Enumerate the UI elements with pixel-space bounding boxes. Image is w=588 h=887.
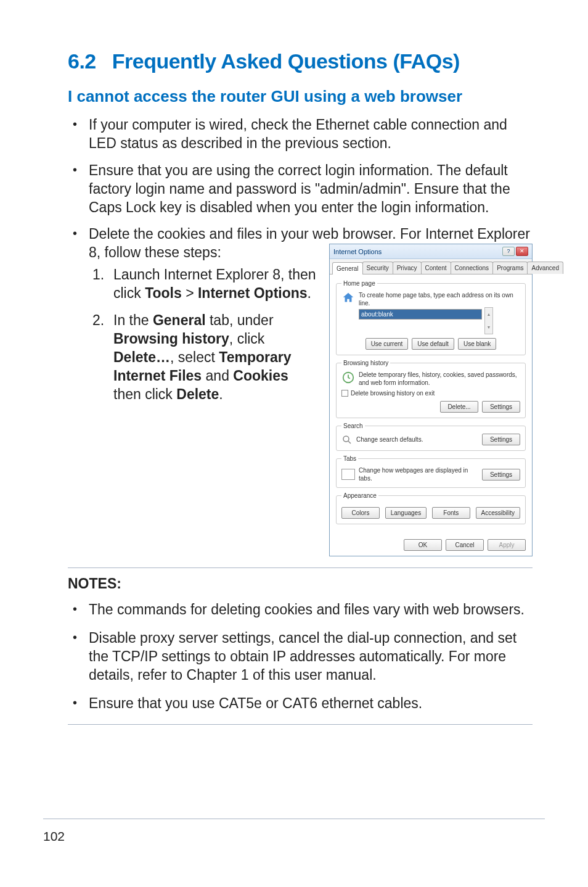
appearance-group: Appearance Colors Languages Fonts Access… bbox=[336, 492, 526, 524]
languages-button[interactable]: Languages bbox=[385, 507, 427, 519]
home-icon bbox=[341, 291, 355, 305]
homepage-text: To create home page tabs, type each addr… bbox=[359, 291, 520, 307]
delete-button[interactable]: Delete... bbox=[440, 401, 478, 413]
note-item: Ensure that you use CAT5e or CAT6 ethern… bbox=[68, 695, 533, 713]
help-button[interactable]: ? bbox=[502, 247, 515, 256]
scrollbar[interactable]: ▲ ▼ bbox=[484, 307, 493, 334]
tab-privacy[interactable]: Privacy bbox=[393, 262, 422, 274]
tabs-group: Tabs Change how webpages are displayed i… bbox=[336, 455, 526, 488]
homepage-url-input[interactable]: about:blank bbox=[359, 309, 482, 320]
tab-advanced[interactable]: Advanced bbox=[527, 262, 563, 274]
tab-security[interactable]: Security bbox=[362, 262, 393, 274]
dialog-tabs: General Security Privacy Content Connect… bbox=[330, 259, 532, 274]
step-item: 1. Launch Internet Explorer 8, then clic… bbox=[89, 266, 317, 303]
notes-heading: NOTES: bbox=[68, 576, 533, 592]
dialog-titlebar: Internet Options ? ✕ bbox=[330, 244, 532, 259]
tab-general[interactable]: General bbox=[332, 262, 363, 274]
search-group: Search Change search defaults. Settings bbox=[336, 422, 526, 451]
appearance-legend: Appearance bbox=[341, 492, 378, 500]
close-button[interactable]: ✕ bbox=[516, 247, 528, 256]
tabs-settings-button[interactable]: Settings bbox=[482, 469, 520, 481]
browsing-history-group: Browsing history Delete temporary files,… bbox=[336, 359, 526, 418]
section-title: Frequently Asked Questions (FAQs) bbox=[112, 49, 460, 73]
section-number: 6.2 bbox=[68, 49, 96, 73]
page-number: 102 bbox=[43, 829, 65, 844]
search-settings-button[interactable]: Settings bbox=[482, 434, 520, 445]
scroll-down-icon[interactable]: ▼ bbox=[485, 321, 492, 334]
use-blank-button[interactable]: Use blank bbox=[458, 338, 496, 350]
divider bbox=[68, 724, 533, 725]
homepage-legend: Home page bbox=[341, 279, 377, 287]
bullet-item: If your computer is wired, check the Eth… bbox=[68, 116, 533, 153]
colors-button[interactable]: Colors bbox=[341, 507, 380, 519]
accessibility-button[interactable]: Accessibility bbox=[476, 507, 520, 519]
cancel-button[interactable]: Cancel bbox=[446, 539, 484, 551]
dialog-title: Internet Options bbox=[333, 247, 382, 256]
use-current-button[interactable]: Use current bbox=[365, 338, 409, 350]
tab-connections[interactable]: Connections bbox=[451, 262, 494, 274]
step-item: 2. In the General tab, under Browsing hi… bbox=[89, 311, 317, 403]
note-item: The commands for deleting cookies and fi… bbox=[68, 601, 533, 619]
step-number: 1. bbox=[92, 266, 104, 284]
note-item: Disable proxy server settings, cancel th… bbox=[68, 629, 533, 685]
checkbox-label: Delete browsing history on exit bbox=[351, 389, 435, 397]
search-legend: Search bbox=[341, 422, 365, 430]
use-default-button[interactable]: Use default bbox=[412, 338, 454, 350]
fonts-button[interactable]: Fonts bbox=[432, 507, 470, 519]
tabs-legend: Tabs bbox=[341, 455, 358, 463]
svg-line-2 bbox=[348, 441, 351, 444]
tabs-text: Change how webpages are displayed in tab… bbox=[359, 466, 478, 482]
bullet-item: Ensure that you are using the correct lo… bbox=[68, 162, 533, 217]
history-text: Delete temporary files, history, cookies… bbox=[359, 371, 520, 387]
internet-options-dialog: Internet Options ? ✕ General Security Pr… bbox=[329, 244, 533, 556]
scroll-up-icon[interactable]: ▲ bbox=[485, 308, 492, 321]
svg-point-1 bbox=[343, 436, 349, 442]
step-number: 2. bbox=[92, 311, 104, 330]
section-heading: 6.2Frequently Asked Questions (FAQs) bbox=[68, 49, 533, 73]
history-legend: Browsing history bbox=[341, 359, 390, 367]
history-settings-button[interactable]: Settings bbox=[482, 401, 520, 413]
ok-button[interactable]: OK bbox=[404, 539, 442, 551]
delete-on-exit-checkbox[interactable] bbox=[341, 390, 348, 397]
search-text: Change search defaults. bbox=[356, 435, 478, 444]
search-icon bbox=[341, 434, 353, 445]
footer-divider bbox=[43, 819, 545, 819]
apply-button[interactable]: Apply bbox=[488, 539, 526, 551]
subheading: I cannot access the router GUI using a w… bbox=[68, 87, 533, 106]
history-icon bbox=[341, 371, 355, 384]
bullet-item: Delete the cookies and files in your web… bbox=[68, 225, 533, 556]
divider bbox=[68, 567, 533, 568]
homepage-group: Home page To create home page tabs, type… bbox=[336, 279, 526, 355]
tab-content[interactable]: Content bbox=[421, 262, 451, 274]
tab-programs[interactable]: Programs bbox=[492, 262, 528, 274]
tabs-icon bbox=[341, 469, 355, 480]
